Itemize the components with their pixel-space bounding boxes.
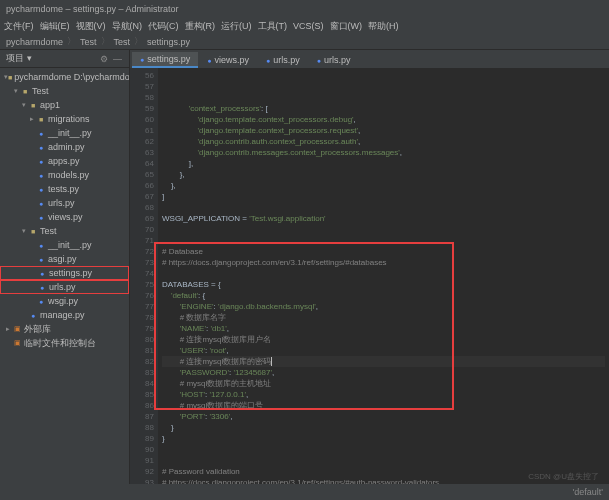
file-icon: ● xyxy=(36,298,46,305)
expand-icon[interactable]: ▾ xyxy=(12,87,20,95)
breadcrumb-item[interactable]: Test xyxy=(114,37,131,47)
code-line[interactable]: 'USER': 'root', xyxy=(162,345,605,356)
tree-item[interactable]: ▸▣外部库 xyxy=(0,322,129,336)
gear-icon[interactable]: ⚙ xyxy=(100,54,110,64)
code-line[interactable]: 'context_processors': [ xyxy=(162,103,605,114)
tree-item[interactable]: ●settings.py xyxy=(0,266,129,280)
project-sidebar: 项目 ▾ ⚙ — ▾■pycharmdome D:\pycharmdome▾■T… xyxy=(0,50,130,484)
python-icon: ● xyxy=(207,57,211,64)
tree-item[interactable]: ▣临时文件和控制台 xyxy=(0,336,129,350)
tree-item[interactable]: ●urls.py xyxy=(0,280,129,294)
breadcrumb-item[interactable]: settings.py xyxy=(147,37,190,47)
code-line[interactable]: } xyxy=(162,433,605,444)
status-bar: 'default' xyxy=(0,484,609,500)
menu-item[interactable]: 导航(N) xyxy=(112,20,143,33)
tree-item[interactable]: ▾■Test xyxy=(0,84,129,98)
expand-icon[interactable]: ▾ xyxy=(20,101,28,109)
project-tree[interactable]: ▾■pycharmdome D:\pycharmdome▾■Test▾■app1… xyxy=(0,68,129,484)
code-line[interactable]: # mysql数据库的主机地址 xyxy=(162,378,605,389)
code-line[interactable]: DATABASES = { xyxy=(162,279,605,290)
code-content[interactable]: 'context_processors': [ 'django.template… xyxy=(158,68,609,484)
code-line[interactable]: }, xyxy=(162,180,605,191)
menu-item[interactable]: VCS(S) xyxy=(293,21,324,31)
code-line[interactable]: 'django.contrib.auth.context_processors.… xyxy=(162,136,605,147)
tree-item[interactable]: ▸■migrations xyxy=(0,112,129,126)
code-line[interactable]: 'django.template.context_processors.requ… xyxy=(162,125,605,136)
file-icon: ▣ xyxy=(12,325,22,333)
expand-icon[interactable]: ▸ xyxy=(4,325,12,333)
file-icon: ● xyxy=(36,242,46,249)
code-line[interactable] xyxy=(162,444,605,455)
code-line[interactable] xyxy=(162,268,605,279)
file-icon: ■ xyxy=(28,102,38,109)
menu-item[interactable]: 代码(C) xyxy=(148,20,179,33)
menu-item[interactable]: 工具(T) xyxy=(258,20,288,33)
file-icon: ● xyxy=(36,200,46,207)
code-line[interactable]: 'django.template.context_processors.debu… xyxy=(162,114,605,125)
menu-item[interactable]: 视图(V) xyxy=(76,20,106,33)
code-line[interactable]: WSGI_APPLICATION = 'Test.wsgi.applicatio… xyxy=(162,213,605,224)
code-line[interactable]: } xyxy=(162,422,605,433)
editor-tab[interactable]: ●settings.py xyxy=(132,52,198,68)
code-line[interactable]: 'default': { xyxy=(162,290,605,301)
menu-item[interactable]: 文件(F) xyxy=(4,20,34,33)
tree-item[interactable]: ▾■app1 xyxy=(0,98,129,112)
editor-tab[interactable]: ●urls.py xyxy=(258,52,308,68)
code-line[interactable]: # Database xyxy=(162,246,605,257)
breadcrumb-item[interactable]: Test xyxy=(80,37,97,47)
editor-tabs[interactable]: ●settings.py●views.py●urls.py●urls.py xyxy=(130,50,609,68)
tree-item[interactable]: ▾■Test xyxy=(0,224,129,238)
tree-item[interactable]: ●admin.py xyxy=(0,140,129,154)
editor-tab[interactable]: ●urls.py xyxy=(309,52,359,68)
file-icon: ● xyxy=(36,158,46,165)
code-line[interactable]: ], xyxy=(162,158,605,169)
code-line[interactable] xyxy=(162,455,605,466)
tree-item[interactable]: ●tests.py xyxy=(0,182,129,196)
tree-item[interactable]: ●urls.py xyxy=(0,196,129,210)
code-line[interactable] xyxy=(162,224,605,235)
code-line[interactable]: 'HOST': '127.0.0.1', xyxy=(162,389,605,400)
menu-item[interactable]: 帮助(H) xyxy=(368,20,399,33)
sidebar-header[interactable]: 项目 ▾ ⚙ — xyxy=(0,50,129,68)
file-icon: ● xyxy=(36,186,46,193)
file-icon: ● xyxy=(36,256,46,263)
code-editor[interactable]: 5657585960616263646566676869707172737475… xyxy=(130,68,609,484)
code-line[interactable]: 'PASSWORD': '12345687', xyxy=(162,367,605,378)
tree-item[interactable]: ●__init__.py xyxy=(0,126,129,140)
tree-item[interactable]: ●manage.py xyxy=(0,308,129,322)
code-line[interactable]: ] xyxy=(162,191,605,202)
editor-tab[interactable]: ●views.py xyxy=(199,52,257,68)
menu-item[interactable]: 重构(R) xyxy=(185,20,216,33)
tree-item[interactable]: ●views.py xyxy=(0,210,129,224)
tree-item[interactable]: ●asgi.py xyxy=(0,252,129,266)
code-line[interactable]: 'NAME': 'db1', xyxy=(162,323,605,334)
code-line[interactable]: }, xyxy=(162,169,605,180)
menu-item[interactable]: 编辑(E) xyxy=(40,20,70,33)
tree-item[interactable]: ●__init__.py xyxy=(0,238,129,252)
code-line[interactable]: 'ENGINE': 'django.db.backends.mysql', xyxy=(162,301,605,312)
title-bar: pycharmdome – settings.py – Administrato… xyxy=(0,0,609,18)
tree-item[interactable]: ●models.py xyxy=(0,168,129,182)
code-line[interactable]: # 连接mysql数据库的密码 xyxy=(162,356,605,367)
breadcrumb[interactable]: pycharmdome〉Test〉Test〉settings.py xyxy=(0,34,609,50)
menu-item[interactable]: 运行(U) xyxy=(221,20,252,33)
tree-item[interactable]: ●wsgi.py xyxy=(0,294,129,308)
expand-icon[interactable]: ▾ xyxy=(20,227,28,235)
code-line[interactable] xyxy=(162,235,605,246)
collapse-icon[interactable]: — xyxy=(113,54,123,64)
code-line[interactable]: # 连接mysql数据库用户名 xyxy=(162,334,605,345)
code-line[interactable]: 'django.contrib.messages.context_process… xyxy=(162,147,605,158)
code-line[interactable]: # 数据库名字 xyxy=(162,312,605,323)
code-line[interactable]: # https://docs.djangoproject.com/en/3.1/… xyxy=(162,257,605,268)
expand-icon[interactable]: ▸ xyxy=(28,115,36,123)
tree-item[interactable]: ●apps.py xyxy=(0,154,129,168)
sidebar-title[interactable]: 项目 ▾ xyxy=(6,52,32,65)
menu-item[interactable]: 窗口(W) xyxy=(330,20,363,33)
tree-item[interactable]: ▾■pycharmdome D:\pycharmdome xyxy=(0,70,129,84)
code-line[interactable] xyxy=(162,202,605,213)
breadcrumb-item[interactable]: pycharmdome xyxy=(6,37,63,47)
menu-bar[interactable]: 文件(F)编辑(E)视图(V)导航(N)代码(C)重构(R)运行(U)工具(T)… xyxy=(0,18,609,34)
python-icon: ● xyxy=(317,57,321,64)
code-line[interactable]: # mysql数据库的端口号 xyxy=(162,400,605,411)
code-line[interactable]: 'PORT': '3306', xyxy=(162,411,605,422)
